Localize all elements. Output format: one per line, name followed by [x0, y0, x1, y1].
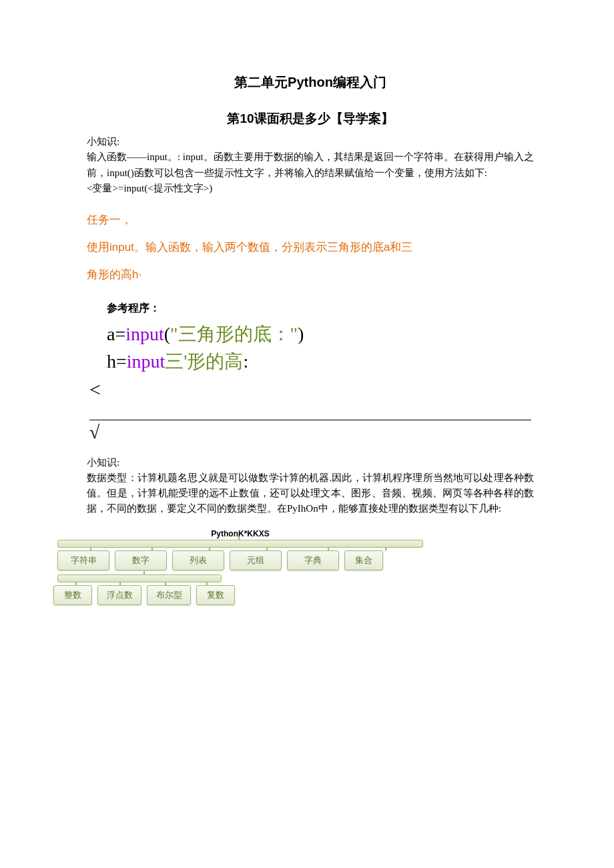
task1-line1: 使用input。输入函数，输入两个数值，分别表示三角形的底a和三 [87, 234, 534, 262]
node-bool: 布尔型 [147, 585, 191, 605]
knowledge-para-1: 输入函数——input。: input。函数主要用于数据的输入，其结果是返回一个… [87, 149, 534, 181]
node-float: 浮点数 [97, 585, 141, 605]
code-line-1: a=input("三角形的底：") [107, 321, 534, 348]
node-complex: 复数 [196, 585, 235, 605]
node-dict: 字典 [287, 550, 339, 570]
knowledge-para-2: 数据类型：计算机题名思义就是可以做数学计算的机器.因此，计算机程序理所当然地可以… [87, 470, 534, 517]
code-colon: : [243, 351, 248, 372]
code-func-input-1: input [125, 324, 164, 344]
diagram-level2-bar [57, 574, 222, 582]
knowledge-label-1: 小知识: [87, 134, 534, 149]
code-line-2: h=input三'形的高: [107, 348, 534, 376]
reference-program-label: 参考程序： [107, 302, 534, 316]
unit-title: 第二单元Python编程入门 [87, 73, 534, 91]
node-string: 字符串 [57, 550, 109, 570]
knowledge-label-2: 小知识: [87, 455, 534, 470]
diagram-row-2: 整数 浮点数 布尔型 复数 [53, 582, 427, 608]
code-assign-h: h= [107, 351, 127, 372]
lesson-title: 第10课面积是多少【导学案】 [87, 110, 534, 127]
code-func-input-2: input [127, 351, 166, 372]
node-tuple: 元组 [230, 550, 282, 570]
code-assign-a: a= [107, 324, 125, 344]
task1-line2: 角形的高h· [87, 262, 534, 289]
knowledge-syntax: <变量>=input(<提示性文字>) [87, 181, 534, 196]
code-paren-close: ) [298, 324, 304, 344]
page-container: 第二单元Python编程入门 第10课面积是多少【导学案】 小知识: 输入函数—… [0, 0, 614, 648]
diagram-title: PythonK*KKXS [53, 529, 427, 538]
node-int: 整数 [53, 585, 92, 605]
less-than-symbol: < [89, 378, 534, 401]
code-paren-open: ( [164, 324, 170, 344]
node-list: 列表 [172, 550, 224, 570]
checkmark-icon: √ [89, 422, 534, 443]
code-string-1: "三角形的底：" [170, 324, 298, 344]
diagram-level1-bar [57, 540, 423, 548]
task1-heading: 任务一， [87, 207, 534, 234]
code-string-2: 三'形的高 [165, 351, 243, 372]
node-number: 数字 [115, 550, 167, 570]
divider-line [89, 420, 531, 420]
code-block: a=input("三角形的底：") h=input三'形的高: [107, 321, 534, 375]
diagram-row-1: 字符串 数字 列表 元组 字典 集合 [53, 548, 427, 573]
node-set: 集合 [344, 550, 383, 570]
datatype-diagram: PythonK*KKXS 字符串 数字 列表 元组 字典 集合 [53, 529, 427, 608]
